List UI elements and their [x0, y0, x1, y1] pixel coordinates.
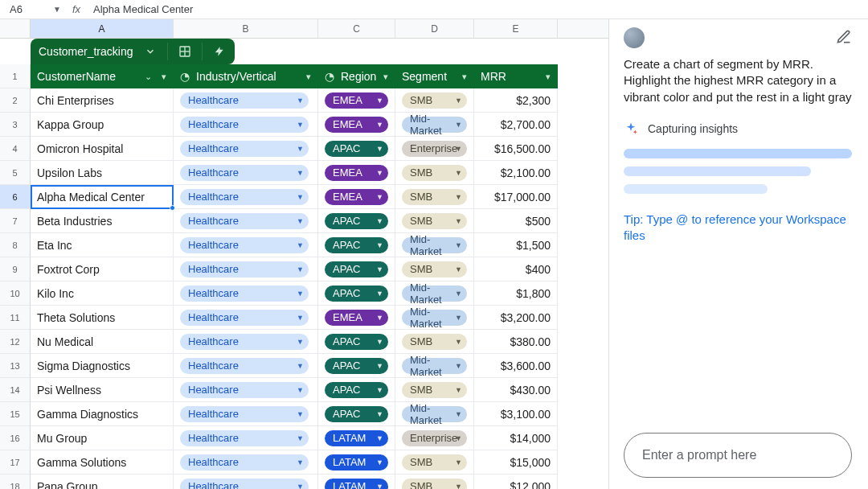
chip-dropdown-icon[interactable]: ▼: [376, 121, 383, 129]
chip-dropdown-icon[interactable]: ▼: [297, 386, 304, 394]
cell-industry[interactable]: Healthcare▼: [174, 185, 318, 209]
segment-chip[interactable]: SMB▼: [402, 382, 467, 398]
filter-icon[interactable]: ▾: [546, 72, 551, 82]
cell-customer-name[interactable]: Upsilon Labs: [31, 161, 174, 185]
row-number[interactable]: 7: [0, 209, 31, 233]
row-number[interactable]: 12: [0, 330, 31, 354]
col-header-E[interactable]: E: [474, 19, 558, 38]
cell-customer-name[interactable]: Kilo Inc: [31, 281, 174, 306]
cell-segment[interactable]: Mid-Market▼: [395, 354, 474, 378]
chip-dropdown-icon[interactable]: ▼: [455, 483, 462, 490]
industry-chip[interactable]: Healthcare▼: [180, 479, 309, 490]
chip-dropdown-icon[interactable]: ▼: [455, 434, 462, 442]
cell-mrr[interactable]: $2,100.00: [474, 161, 558, 185]
cell-region[interactable]: EMEA▼: [318, 161, 395, 185]
row-number[interactable]: 11: [0, 306, 31, 330]
industry-chip[interactable]: Healthcare▼: [180, 382, 309, 398]
chip-dropdown-icon[interactable]: ▼: [297, 217, 304, 225]
cell-mrr[interactable]: $15,000: [474, 450, 558, 475]
chip-dropdown-icon[interactable]: ▼: [297, 314, 304, 322]
industry-chip[interactable]: Healthcare▼: [180, 141, 309, 157]
region-chip[interactable]: EMEA▼: [325, 92, 388, 109]
select-all-corner[interactable]: [0, 19, 31, 38]
selection-handle[interactable]: [170, 205, 175, 211]
filter-icon[interactable]: ▾: [462, 72, 467, 82]
chip-dropdown-icon[interactable]: ▼: [297, 362, 304, 370]
cell-mrr[interactable]: $14,000: [474, 426, 558, 450]
cell-mrr[interactable]: $1,800: [474, 281, 558, 306]
cell-industry[interactable]: Healthcare▼: [174, 281, 318, 306]
row-number[interactable]: 4: [0, 137, 31, 161]
segment-chip[interactable]: Enterprise▼: [402, 430, 467, 446]
col-header-D[interactable]: D: [395, 19, 474, 38]
cell-mrr[interactable]: $17,000.00: [474, 185, 558, 209]
industry-chip[interactable]: Healthcare▼: [180, 358, 309, 374]
chip-dropdown-icon[interactable]: ▼: [455, 458, 462, 466]
chip-dropdown-icon[interactable]: ▼: [297, 410, 304, 418]
cell-industry[interactable]: Healthcare▼: [174, 233, 318, 257]
cell-industry[interactable]: Healthcare▼: [174, 161, 318, 185]
chip-dropdown-icon[interactable]: ▼: [376, 410, 383, 418]
cell-segment[interactable]: SMB▼: [395, 475, 474, 489]
chip-dropdown-icon[interactable]: ▼: [376, 314, 383, 322]
chip-dropdown-icon[interactable]: ▼: [376, 217, 383, 225]
industry-chip[interactable]: Healthcare▼: [180, 430, 309, 446]
industry-chip[interactable]: Healthcare▼: [180, 165, 309, 181]
filter-icon[interactable]: ▾: [162, 72, 166, 82]
row-number[interactable]: 10: [0, 281, 31, 306]
cell-mrr[interactable]: $2,300: [474, 88, 558, 113]
region-chip[interactable]: APAC▼: [325, 382, 388, 398]
cell-industry[interactable]: Healthcare▼: [174, 137, 318, 161]
row-number[interactable]: 9: [0, 257, 31, 281]
cell-customer-name[interactable]: Omicron Hospital: [31, 137, 174, 161]
cell-customer-name[interactable]: Eta Inc: [31, 233, 174, 257]
filter-icon[interactable]: ▾: [383, 72, 388, 82]
segment-chip[interactable]: SMB▼: [402, 454, 467, 471]
cell-region[interactable]: APAC▼: [318, 330, 395, 354]
chip-dropdown-icon[interactable]: ▼: [297, 241, 304, 249]
chip-dropdown-icon[interactable]: ▼: [455, 193, 462, 201]
cell-segment[interactable]: SMB▼: [395, 161, 474, 185]
cell-region[interactable]: APAC▼: [318, 257, 395, 281]
chip-dropdown-icon[interactable]: ▼: [297, 265, 304, 273]
cell-region[interactable]: APAC▼: [318, 137, 395, 161]
chip-dropdown-icon[interactable]: ▼: [297, 434, 304, 442]
cell-segment[interactable]: SMB▼: [395, 257, 474, 281]
cell-segment[interactable]: SMB▼: [395, 378, 474, 402]
chip-dropdown-icon[interactable]: ▼: [376, 265, 383, 273]
cell-region[interactable]: APAC▼: [318, 402, 395, 426]
segment-chip[interactable]: SMB▼: [402, 479, 467, 490]
header-mrr[interactable]: MRR ▾: [474, 64, 558, 88]
cell-region[interactable]: APAC▼: [318, 209, 395, 233]
row-number[interactable]: 5: [0, 161, 31, 185]
cell-customer-name[interactable]: Nu Medical: [31, 330, 174, 354]
cell-mrr[interactable]: $12,000: [474, 475, 558, 489]
industry-chip[interactable]: Healthcare▼: [180, 261, 309, 277]
region-chip[interactable]: APAC▼: [325, 286, 388, 302]
row-number[interactable]: 14: [0, 378, 31, 402]
cell-region[interactable]: EMEA▼: [318, 113, 395, 137]
cell-industry[interactable]: Healthcare▼: [174, 475, 318, 489]
region-chip[interactable]: APAC▼: [325, 237, 388, 253]
row-number[interactable]: 18: [0, 475, 31, 489]
table-name[interactable]: Customer_tracking: [39, 45, 133, 58]
industry-chip[interactable]: Healthcare▼: [180, 310, 309, 326]
row-number[interactable]: 13: [0, 354, 31, 378]
chip-dropdown-icon[interactable]: ▼: [376, 97, 383, 105]
segment-chip[interactable]: SMB▼: [402, 189, 467, 205]
cell-segment[interactable]: SMB▼: [395, 450, 474, 475]
prompt-input[interactable]: Enter a prompt here: [624, 433, 852, 478]
cell-segment[interactable]: SMB▼: [395, 330, 474, 354]
cell-mrr[interactable]: $1,500: [474, 233, 558, 257]
filter-icon[interactable]: ▾: [306, 72, 311, 82]
chip-dropdown-icon[interactable]: ▼: [297, 169, 304, 177]
cell-customer-name[interactable]: Foxtrot Corp: [31, 257, 174, 281]
segment-chip[interactable]: Enterprise▼: [402, 141, 467, 157]
region-chip[interactable]: LATAM▼: [325, 479, 388, 490]
segment-chip[interactable]: SMB▼: [402, 165, 467, 181]
segment-chip[interactable]: Mid-Market▼: [402, 117, 467, 133]
chip-dropdown-icon[interactable]: ▼: [297, 338, 304, 346]
name-box-dropdown-icon[interactable]: ▼: [53, 5, 61, 14]
chip-dropdown-icon[interactable]: ▼: [455, 290, 462, 298]
industry-chip[interactable]: Healthcare▼: [180, 189, 309, 205]
